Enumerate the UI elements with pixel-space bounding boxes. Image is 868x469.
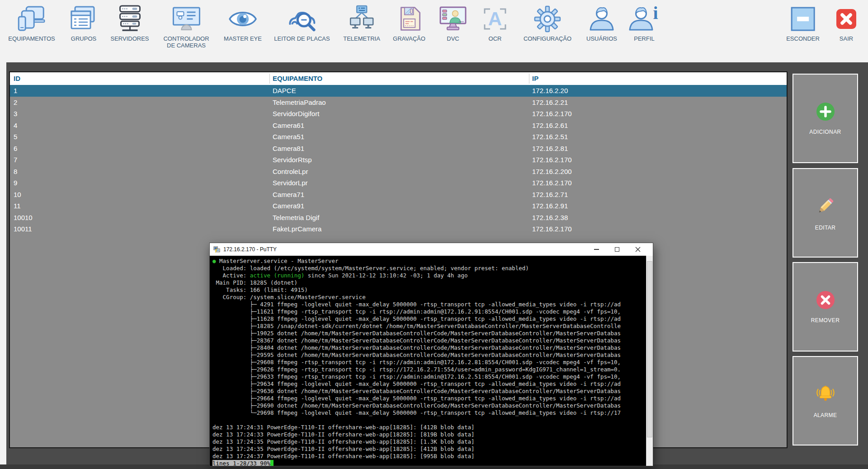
toolbar-item-configuracao[interactable]: CONFIGURAÇÃO: [524, 4, 571, 42]
toolbar-item-label: PERFIL: [634, 35, 655, 42]
table-row[interactable]: 10010Telemetria Digif172.16.2.38: [10, 212, 787, 224]
table-row[interactable]: 1DAPCE172.16.2.20: [10, 85, 787, 97]
profile-info-icon: i: [628, 4, 660, 34]
toolbar-item-label: LEITOR DE PLACAS: [274, 35, 330, 42]
terminal-line: ├─29608 ffmpeg -rtsp_transport tcp -i rt…: [212, 359, 646, 366]
toolbar-item-sair[interactable]: SAIR: [832, 4, 861, 42]
remove-x-icon: [816, 290, 835, 312]
terminal-line: Loaded: loaded (/etc/systemd/system/Mast…: [212, 265, 646, 272]
toolbar-item-label: SERVIDORES: [110, 35, 149, 42]
svg-text:i: i: [653, 5, 658, 23]
column-header-ip[interactable]: IP: [532, 72, 538, 85]
gear-icon: [533, 4, 562, 34]
column-divider: [269, 74, 270, 84]
table-row[interactable]: 2TelemetriaPadrao172.16.2.21: [10, 97, 787, 108]
terminal-output[interactable]: ● MasterServer.service - MasterServer Lo…: [210, 256, 646, 466]
devices-icon: [17, 4, 46, 34]
terminal-line: dez 13 17:24:31 PowerEdge-T110-II offers…: [212, 424, 646, 431]
toolbar-item-label: DVC: [447, 35, 459, 42]
terminal-line: CGroup: /system.slice/MasterServer.servi…: [212, 294, 646, 301]
table-row[interactable]: 7ServidorRtsp172.16.2.170: [10, 154, 787, 166]
pencil-icon: [814, 195, 837, 219]
terminal-line: ├─18285 /snap/dotnet-sdk/current/dotnet …: [212, 323, 646, 330]
svg-text:A: A: [488, 8, 502, 29]
alarme-button[interactable]: ALARME: [793, 356, 858, 446]
toolbar-item-usuarios[interactable]: USUÁRIOS: [586, 4, 617, 42]
terminal-line: dez 13 17:24:33 PowerEdge-T110-II offers…: [212, 431, 646, 438]
remover-button[interactable]: REMOVER: [793, 262, 858, 352]
terminal-line: Main PID: 18285 (dotnet): [212, 279, 646, 286]
terminal-scrollbar[interactable]: [646, 256, 653, 466]
adicionar-label: ADICIONAR: [809, 129, 841, 135]
table-row[interactable]: 3ServidorDigifort172.16.2.170: [10, 108, 787, 120]
remover-label: REMOVER: [811, 317, 840, 324]
terminal-line: ├─29664 ffmpeg -loglevel quiet -max_dela…: [212, 395, 646, 402]
putty-window-title: 172.16.2.170 - PuTTY: [223, 246, 277, 253]
toolbar-item-servidores[interactable]: SERVIDORES: [110, 4, 149, 42]
toolbar-item-dvc[interactable]: DVC: [439, 4, 467, 42]
column-divider: [529, 74, 529, 84]
toolbar-item-perfil[interactable]: i PERFIL: [628, 4, 660, 42]
terminal-line: ├─11628 ffmpeg -loglevel quiet -max_dela…: [212, 315, 646, 323]
table-row[interactable]: 5Camera51172.16.2.51: [10, 131, 787, 143]
window-controls: [586, 243, 648, 256]
toolbar-item-controlador-de-cameras[interactable]: CONTROLADOR DE CAMERAS: [163, 4, 209, 49]
toolbar-item-label: TELEMETRIA: [343, 35, 380, 42]
plus-icon: [816, 102, 835, 123]
telemetry-network-icon: [347, 4, 376, 34]
toolbar-item-label: OCR: [489, 35, 502, 42]
table-row[interactable]: 10011FakeLprCamera172.16.2.170: [10, 223, 787, 235]
column-header-id[interactable]: ID: [14, 72, 20, 85]
terminal-line: └─29698 ffmpeg -loglevel quiet -max_dela…: [212, 409, 646, 417]
terminal-line: ├─19025 dotnet /home/tm/MasterServerData…: [212, 330, 646, 337]
toolbar-item-label: EQUIPAMENTOS: [8, 35, 55, 42]
exit-icon: [832, 4, 861, 34]
terminal-line: ├─29690 dotnet /home/tm/MasterServerData…: [212, 402, 646, 409]
toolbar-item-equipamentos[interactable]: EQUIPAMENTOS: [8, 4, 55, 42]
table-header: ID EQUIPAMENTO IP: [10, 72, 787, 85]
toolbar-item-leitor-de-placas[interactable]: LEITOR DE PLACAS: [274, 4, 330, 42]
adicionar-button[interactable]: ADICIONAR: [793, 74, 858, 163]
toolbar: EQUIPAMENTOS GRUPOS: [0, 0, 868, 62]
plate-reader-icon: [287, 4, 317, 34]
toolbar-item-label: SAIR: [840, 35, 853, 42]
toolbar-item-master-eye[interactable]: MASTER EYE: [224, 4, 262, 42]
minimize-button[interactable]: [586, 243, 607, 256]
toolbar-item-label: CONTROLADOR: [163, 35, 209, 42]
equipment-table-body: 1DAPCE172.16.2.202TelemetriaPadrao172.16…: [10, 85, 787, 235]
camera-controller-icon: [172, 4, 201, 34]
toolbar-item-grupos[interactable]: GRUPOS: [69, 4, 98, 42]
table-row[interactable]: 11Camera91172.16.2.91: [10, 200, 787, 212]
close-button[interactable]: [627, 243, 648, 256]
terminal-line: ├─28367 dotnet /home/tm/MasterServerData…: [212, 337, 646, 344]
column-header-equipamento[interactable]: EQUIPAMENTO: [273, 72, 322, 85]
floppy-disk-icon: [396, 4, 423, 34]
toolbar-item-esconder[interactable]: ESCONDER: [786, 4, 820, 42]
toolbar-item-ocr[interactable]: A OCR: [481, 4, 509, 42]
scrollbar-thumb[interactable]: [647, 261, 652, 437]
table-row[interactable]: 10Camera71172.16.2.71: [10, 189, 787, 201]
terminal-line: ├─29633 ffmpeg -rtsp_transport tcp -i rt…: [212, 373, 646, 380]
windows-group-icon: [69, 4, 98, 34]
table-row[interactable]: 6Camera81172.16.2.81: [10, 143, 787, 155]
table-row[interactable]: 8ControleLpr172.16.2.200: [10, 166, 787, 178]
table-row[interactable]: 4Camera61172.16.2.61: [10, 120, 787, 131]
editar-label: EDITAR: [815, 225, 836, 231]
user-icon: [587, 4, 616, 34]
terminal-line: dez 13 17:24:35 PowerEdge-T110-II offers…: [212, 438, 646, 446]
putty-app-icon: [213, 246, 220, 253]
putty-titlebar[interactable]: 172.16.2.170 - PuTTY: [210, 243, 653, 256]
toolbar-item-telemetria[interactable]: TELEMETRIA: [343, 4, 380, 42]
terminal-line: ├─29626 ffmpeg -rtsp_transport tcp -i rt…: [212, 366, 646, 373]
terminal-line: ├─29595 dotnet /home/tm/MasterServerData…: [212, 352, 646, 359]
editar-button[interactable]: EDITAR: [793, 168, 858, 258]
toolbar-item-label: GRUPOS: [71, 35, 96, 42]
maximize-button[interactable]: [607, 243, 627, 256]
terminal-line: ├─29634 ffmpeg -loglevel quiet -max_dela…: [212, 380, 646, 388]
toolbar-item-gravacao[interactable]: GRAVAÇÃO: [393, 4, 425, 42]
bell-icon: [815, 383, 836, 407]
toolbar-item-label: MASTER EYE: [224, 35, 262, 42]
terminal-line: Active: active (running) since Sun 2021-…: [212, 272, 646, 279]
table-row[interactable]: 9ServidorLpr172.16.2.170: [10, 177, 787, 189]
terminal-line: ● MasterServer.service - MasterServer: [212, 258, 646, 265]
